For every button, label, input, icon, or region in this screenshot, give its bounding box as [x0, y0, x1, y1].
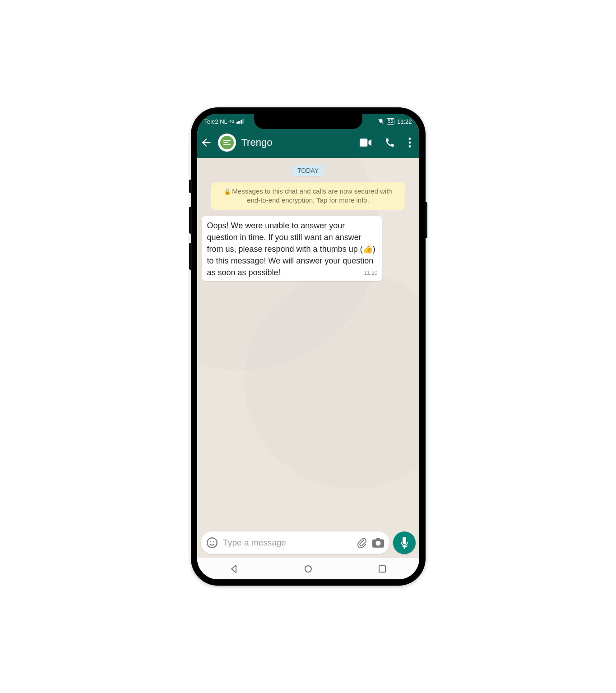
svg-rect-8: [379, 566, 385, 572]
battery-icon: 56: [387, 118, 394, 125]
status-right: 56 11:22: [378, 118, 412, 125]
attach-icon[interactable]: [356, 537, 367, 548]
network-label: 4G: [229, 119, 235, 124]
status-left: Tele2 NL 4G: [204, 118, 244, 125]
svg-point-7: [305, 566, 311, 572]
notch: [254, 114, 362, 129]
clock-label: 11:22: [397, 118, 412, 125]
emoji-icon[interactable]: [206, 537, 218, 549]
back-icon[interactable]: [200, 136, 213, 149]
encryption-text: Messages to this chat and calls are now …: [232, 187, 392, 204]
svg-point-3: [408, 145, 411, 148]
chat-header: Trengo: [197, 129, 419, 158]
svg-point-2: [408, 142, 411, 144]
phone-power-button: [425, 202, 427, 238]
screen: Tele2 NL 4G 56 11:22 Trengo TODA: [197, 114, 419, 579]
lock-icon: 🔒: [224, 188, 231, 195]
message-incoming[interactable]: Oops! We were unable to answer your ques…: [202, 216, 382, 281]
date-chip: TODAY: [292, 165, 324, 176]
phone-side-button: [189, 180, 192, 193]
phone-volume-down: [189, 243, 192, 270]
composer-area: Type a message: [197, 529, 419, 558]
video-call-icon[interactable]: [360, 139, 371, 147]
phone-frame: Tele2 NL 4G 56 11:22 Trengo TODA: [191, 107, 426, 586]
voice-call-icon[interactable]: [385, 138, 395, 148]
chat-body[interactable]: TODAY 🔒Messages to this chat and calls a…: [197, 158, 419, 529]
camera-icon[interactable]: [372, 538, 384, 548]
phone-volume-up: [189, 207, 192, 234]
encryption-banner[interactable]: 🔒Messages to this chat and calls are now…: [211, 182, 405, 210]
svg-point-5: [210, 541, 211, 542]
message-input[interactable]: Type a message: [223, 538, 351, 548]
svg-point-6: [213, 541, 214, 542]
nav-back-icon[interactable]: [230, 564, 239, 573]
android-nav-bar: [197, 558, 419, 579]
avatar-logo: [220, 136, 234, 149]
avatar[interactable]: [218, 134, 236, 152]
carrier-label: Tele2 NL: [204, 118, 227, 125]
contact-name[interactable]: Trengo: [241, 137, 357, 148]
svg-point-4: [207, 538, 217, 548]
svg-point-1: [408, 138, 411, 140]
composer: Type a message: [201, 531, 389, 554]
message-time: 11:20: [364, 269, 377, 277]
mute-icon: [378, 118, 384, 125]
signal-icon: [236, 119, 244, 124]
message-text: Oops! We were unable to answer your ques…: [207, 221, 375, 277]
mic-button[interactable]: [393, 531, 416, 554]
more-icon[interactable]: [408, 138, 411, 148]
nav-recent-icon[interactable]: [378, 565, 386, 573]
nav-home-icon[interactable]: [304, 564, 313, 573]
